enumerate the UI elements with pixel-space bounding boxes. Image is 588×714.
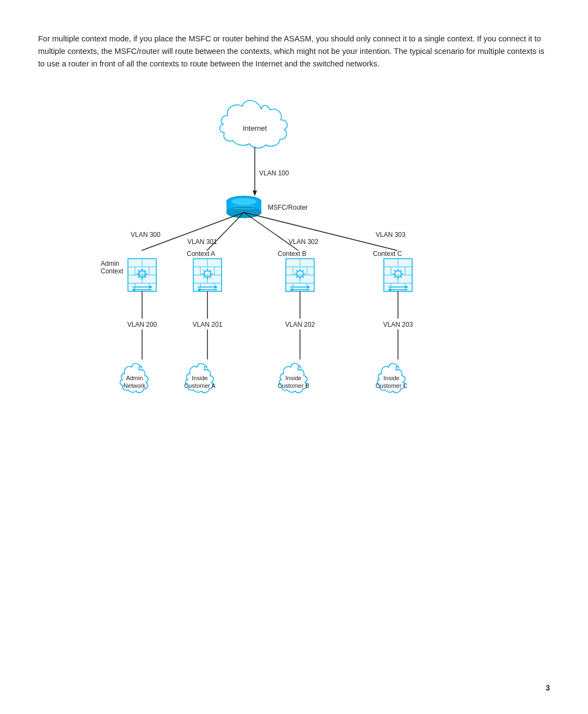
svg-text:Admin: Admin (126, 375, 143, 381)
firewall-context-a (193, 259, 222, 291)
vlan201-label: VLAN 201 (193, 321, 223, 328)
svg-text:Inside: Inside (383, 375, 399, 381)
cloud-admin-network: Admin Network (120, 363, 148, 393)
vlan200-label: VLAN 200 (127, 321, 157, 328)
msfc-router-icon (226, 196, 261, 218)
vlan300-label: VLAN 300 (131, 231, 161, 239)
admin-context-label: Admin (101, 260, 119, 267)
svg-text:Customer B: Customer B (278, 382, 309, 389)
firewall-context-b (286, 259, 314, 291)
admin-context-label2: Context (101, 267, 124, 275)
cloud-inside-customer-b: Inside Customer B (278, 363, 309, 393)
svg-text:Customer C: Customer C (376, 382, 408, 389)
context-c-label: Context C (373, 250, 402, 258)
context-a-label: Context A (187, 250, 215, 258)
svg-text:Network: Network (124, 382, 146, 389)
svg-text:Customer A: Customer A (184, 382, 216, 389)
msfc-label: MSFC/Router (268, 204, 308, 211)
vlan100-label: VLAN 100 (259, 169, 289, 177)
svg-text:Inside: Inside (192, 375, 207, 381)
svg-text:Inside: Inside (285, 375, 301, 381)
vlan303-label: VLAN 303 (376, 231, 406, 239)
line-msfc-ctxc (244, 212, 397, 251)
firewall-admin (128, 259, 156, 291)
cloud-inside-customer-a: Inside Customer A (184, 363, 216, 393)
arrow-down-msfc (253, 191, 257, 196)
vlan202-label: VLAN 202 (285, 321, 315, 328)
svg-point-3 (231, 198, 257, 205)
vlan301-label: VLAN 301 (187, 238, 217, 246)
context-b-label: Context B (278, 250, 307, 258)
diagram: Internet VLAN 100 MSFC/Router (98, 93, 490, 463)
page-number: 3 (546, 684, 550, 692)
internet-cloud: Internet (220, 100, 287, 148)
vlan302-label: VLAN 302 (289, 238, 318, 246)
internet-label: Internet (243, 124, 267, 132)
firewall-context-c (384, 259, 412, 291)
cloud-inside-customer-c: Inside Customer C (376, 363, 408, 393)
vlan203-label: VLAN 203 (383, 321, 413, 328)
page: For multiple context mode, if you place … (0, 0, 588, 496)
intro-text: For multiple context mode, if you place … (38, 33, 550, 71)
